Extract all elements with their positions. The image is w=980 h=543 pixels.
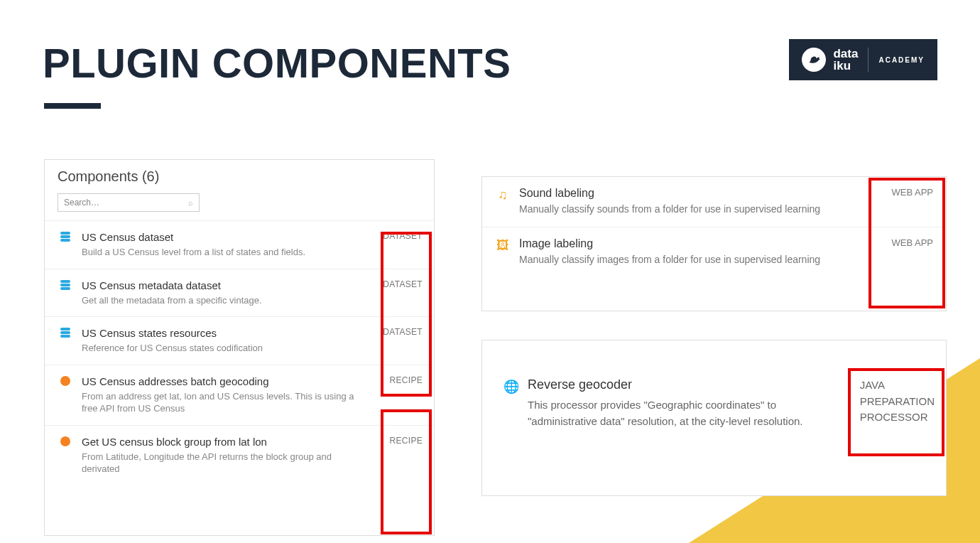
dataset-icon	[58, 280, 73, 290]
title-underline	[44, 103, 101, 109]
component-row[interactable]: US Census addresses batch geocoding From…	[45, 365, 434, 425]
components-header: Components (6)	[45, 160, 434, 189]
svg-point-0	[816, 57, 817, 58]
component-desc: This processor provides "Geographic coor…	[528, 397, 832, 430]
component-tag: DATASET	[383, 327, 423, 337]
component-row[interactable]: ♫ Sound labeling Manually classify sound…	[482, 177, 946, 227]
component-row[interactable]: 🌐 Reverse geocoder This processor provid…	[482, 360, 946, 446]
component-row[interactable]: 🖼 Image labeling Manually classify image…	[482, 227, 946, 277]
component-title: US Census metadata dataset	[82, 279, 364, 291]
component-title: Sound labeling	[519, 187, 869, 200]
tag-line: JAVA	[860, 377, 935, 394]
component-tag: WEB APP	[891, 237, 933, 248]
globe-icon: 🌐	[503, 379, 519, 394]
processor-panel: 🌐 Reverse geocoder This processor provid…	[481, 340, 947, 496]
component-tag: RECIPE	[390, 436, 423, 446]
component-desc: Get all the metadata from a specific vin…	[82, 294, 364, 307]
search-icon: ⌕	[188, 198, 193, 207]
component-row[interactable]: US Census states resources Reference for…	[45, 316, 434, 365]
component-title: US Census addresses batch geocoding	[82, 375, 364, 387]
component-desc: Build a US Census level from a list of s…	[82, 246, 364, 259]
component-desc: Manually classify sounds from a folder f…	[519, 203, 869, 217]
music-icon: ♫	[495, 188, 511, 203]
component-title: US Census states resources	[82, 327, 364, 339]
component-desc: From an address get lat, lon and US Cens…	[82, 390, 364, 415]
component-title: Image labeling	[519, 237, 869, 250]
logo-academy: ACADEMY	[878, 56, 925, 64]
logo-text-1: data	[833, 48, 858, 60]
component-tag: DATASET	[383, 231, 423, 241]
component-tag: WEB APP	[891, 187, 933, 198]
component-row[interactable]: Get US census block group from lat lon F…	[45, 425, 434, 485]
component-tag: RECIPE	[390, 375, 423, 385]
slide-title: PLUGIN COMPONENTS	[43, 39, 511, 87]
webapp-panel: ♫ Sound labeling Manually classify sound…	[481, 176, 947, 311]
components-panel: Components (6) Search… ⌕ US Census datas…	[44, 159, 435, 536]
dataset-icon	[58, 232, 73, 242]
tag-line: PROCESSOR	[860, 409, 935, 426]
component-title: Reverse geocoder	[528, 377, 832, 392]
image-icon: 🖼	[495, 238, 511, 253]
recipe-icon	[58, 376, 73, 386]
tag-line: PREPARATION	[860, 394, 935, 410]
component-row[interactable]: US Census dataset Build a US Census leve…	[45, 220, 434, 269]
bird-icon	[802, 48, 826, 72]
component-title: Get US census block group from lat lon	[82, 436, 364, 448]
search-placeholder: Search…	[64, 198, 99, 208]
component-tag: JAVA PREPARATION PROCESSOR	[860, 377, 935, 426]
component-desc: Reference for US Census states codificat…	[82, 342, 364, 355]
logo-divider	[868, 48, 869, 72]
recipe-icon	[58, 436, 73, 446]
component-row[interactable]: US Census metadata dataset Get all the m…	[45, 269, 434, 317]
component-title: US Census dataset	[82, 231, 364, 243]
search-input[interactable]: Search… ⌕	[58, 193, 200, 212]
logo-block: data iku ACADEMY	[789, 39, 937, 80]
component-desc: Manually classify images from a folder f…	[519, 253, 869, 267]
component-tag: DATASET	[383, 279, 423, 289]
component-desc: From Latitude, Longitude the API returns…	[82, 451, 364, 475]
dataset-icon	[58, 328, 73, 338]
logo-text-2: iku	[833, 60, 858, 72]
